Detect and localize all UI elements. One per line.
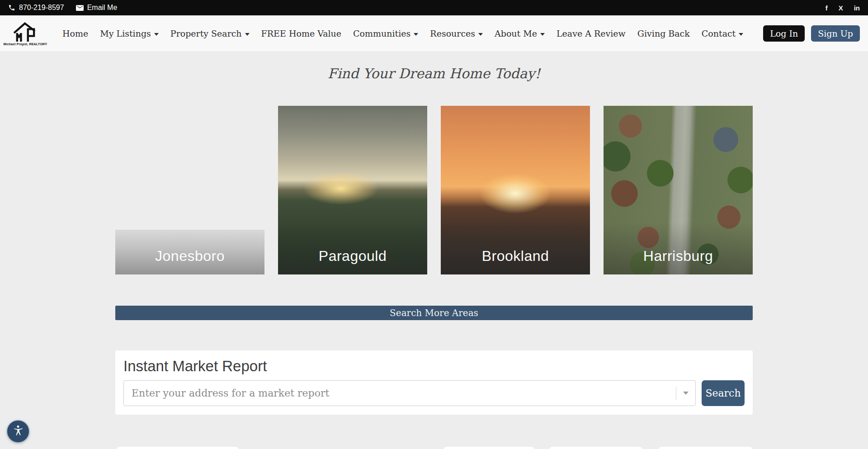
logo-caption: Michael Propst, REALTOR® [4,43,47,46]
nav-links: Home My Listings Property Search FREE Ho… [62,28,743,38]
nav-item-label: Home [62,28,88,38]
accessibility-person-icon [12,425,24,438]
address-combobox [123,380,696,406]
nav-item-property-search[interactable]: Property Search [170,28,250,38]
chevron-down-icon [245,33,250,36]
nav-item-contact[interactable]: Contact [702,28,743,38]
nav-item-label: About Me [495,28,537,38]
nav-item-label: Communities [353,28,410,38]
market-search-button[interactable]: Search [702,380,745,406]
input-divider [676,387,676,400]
nav-item-label: Resources [430,28,475,38]
main-navbar: Michael Propst, REALTOR® Home My Listing… [0,15,868,52]
login-button[interactable]: Log In [763,25,805,42]
email-link[interactable]: Email Me [76,4,118,12]
community-cards-row: Jonesboro Paragould Brookland Harrisburg [115,106,753,274]
chevron-down-icon [478,33,483,36]
nav-item-label: Contact [702,28,736,38]
signup-button[interactable]: Sign Up [811,25,860,42]
community-card-label: Paragould [278,248,427,265]
nav-item-about-me[interactable]: About Me [495,28,545,38]
chevron-down-icon [154,33,159,36]
nav-item-home[interactable]: Home [62,28,88,38]
nav-item-label: FREE Home Value [261,28,341,38]
facebook-icon[interactable]: f [826,4,828,12]
nav-item-label: My Listings [100,28,151,38]
market-report-title: Instant Market Report [123,358,745,375]
nav-item-giving-back[interactable]: Giving Back [637,28,690,38]
nav-item-communities[interactable]: Communities [353,28,418,38]
next-section-card-peek [659,447,753,449]
envelope-icon [76,5,84,11]
community-card-label: Brookland [441,248,590,265]
community-card-brookland[interactable]: Brookland [441,106,590,274]
page-title: Find Your Dream Home Today! [115,66,753,81]
address-dropdown-toggle[interactable] [676,380,696,406]
community-card-jonesboro[interactable]: Jonesboro [115,106,264,274]
phone-link[interactable]: 870-219-8597 [8,4,64,12]
top-utility-bar: 870-219-8597 Email Me f X in [0,0,868,15]
nav-item-label: Property Search [170,28,242,38]
phone-number: 870-219-8597 [19,4,64,12]
mp-house-logo-icon [12,22,38,43]
chevron-down-icon [540,33,545,36]
search-more-areas-button[interactable]: Search More Areas [115,306,753,320]
chevron-down-icon [414,33,418,36]
instant-market-report-card: Instant Market Report Search [115,350,753,415]
linkedin-icon[interactable]: in [854,4,860,12]
nav-item-resources[interactable]: Resources [430,28,483,38]
next-section-card-peek [549,447,642,449]
nav-item-leave-a-review[interactable]: Leave A Review [557,28,626,38]
nav-item-label: Giving Back [637,28,690,38]
nav-item-free-home-value[interactable]: FREE Home Value [261,28,341,38]
x-twitter-icon[interactable]: X [839,4,843,12]
nav-item-my-listings[interactable]: My Listings [100,28,159,38]
nav-item-label: Leave A Review [557,28,626,38]
community-photo-jonesboro-loading: Jonesboro [115,230,264,274]
phone-icon [8,4,15,11]
email-label: Email Me [87,4,118,12]
community-card-label: Jonesboro [115,248,264,265]
next-section-card-peek [443,447,534,449]
next-section-card-peek [117,447,239,449]
community-card-harrisburg[interactable]: Harrisburg [604,106,753,274]
chevron-down-icon [683,392,689,395]
community-card-paragould[interactable]: Paragould [278,106,427,274]
community-card-label: Harrisburg [604,248,753,265]
accessibility-widget-button[interactable] [7,421,29,442]
address-input[interactable] [123,380,696,406]
site-logo[interactable]: Michael Propst, REALTOR® [8,22,42,46]
chevron-down-icon [739,33,743,36]
